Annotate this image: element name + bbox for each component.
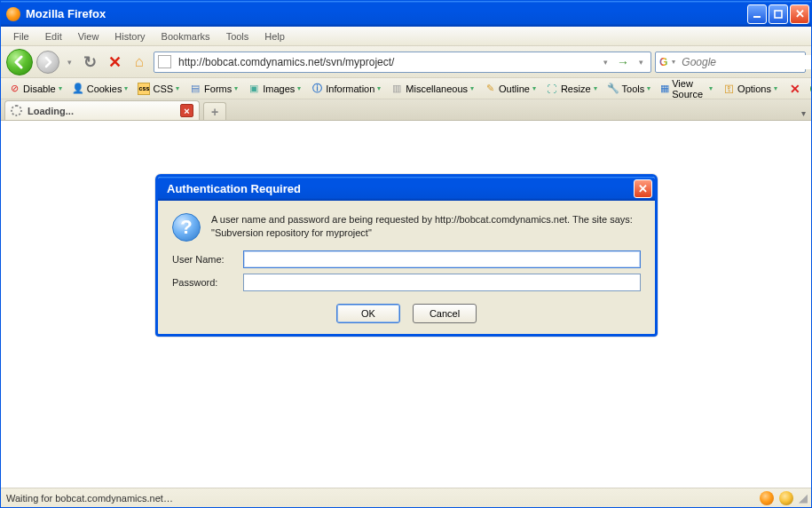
tab-loading[interactable]: Loading... × (4, 100, 200, 120)
tab-title: Loading... (28, 106, 74, 116)
key-icon: ⚿ (722, 83, 735, 95)
dialog-message: A user name and password are being reque… (211, 213, 641, 242)
dev-miscellaneous[interactable]: ▥Miscellaneous▾ (387, 81, 477, 97)
status-text: Waiting for bobcat.comdynamics.net… (6, 493, 173, 504)
dev-ok-indicator[interactable]: ✓ (807, 81, 812, 97)
window-title: Mozilla Firefox (26, 7, 747, 20)
svg-rect-1 (775, 11, 782, 18)
misc-icon: ▥ (390, 83, 403, 95)
forward-button[interactable] (36, 51, 59, 74)
nav-toolbar: ▾ ↻ ✕ ⌂ ▾ → ▾ G ▾ 🔍 (1, 46, 811, 78)
stop-button[interactable]: ✕ (104, 52, 125, 73)
ok-button[interactable]: OK (336, 304, 400, 323)
page-content: Authentication Required ✕ ? A user name … (1, 121, 811, 488)
url-input[interactable] (177, 55, 594, 69)
source-icon: ▦ (660, 83, 669, 95)
svg-rect-0 (753, 16, 761, 18)
dev-error-indicator[interactable]: ✕ (786, 80, 804, 98)
dialog-titlebar[interactable]: Authentication Required ✕ (158, 177, 655, 201)
home-button[interactable]: ⌂ (129, 52, 150, 73)
tab-list-dropdown[interactable]: ▾ (796, 107, 808, 120)
firefox-status-icon[interactable] (760, 491, 774, 505)
password-label: Password: (172, 277, 243, 288)
dev-tools[interactable]: 🔧Tools▾ (603, 81, 655, 97)
menu-history[interactable]: History (107, 28, 152, 44)
page-icon (158, 55, 171, 68)
prohibit-icon: ⊘ (8, 83, 20, 95)
dev-options[interactable]: ⚿Options▾ (719, 81, 781, 97)
dev-outline[interactable]: ✎Outline▾ (480, 81, 540, 97)
username-input[interactable] (243, 250, 641, 268)
status-bar: Waiting for bobcat.comdynamics.net… ◢ (1, 488, 811, 507)
web-developer-toolbar: ⊘Disable▾ 👤Cookies▾ cssCSS▾ ▤Forms▾ ▣Ima… (1, 78, 811, 99)
image-icon: ▣ (248, 83, 260, 95)
search-input[interactable] (680, 55, 812, 69)
firefox-icon (6, 7, 20, 21)
window-titlebar: Mozilla Firefox ✕ (1, 1, 811, 27)
pencil-icon: ✎ (484, 83, 496, 95)
wrench-icon: 🔧 (607, 83, 619, 95)
dialog-close-button[interactable]: ✕ (634, 179, 652, 198)
dev-forms[interactable]: ▤Forms▾ (185, 81, 241, 97)
cancel-button[interactable]: Cancel (413, 304, 477, 323)
back-button[interactable] (6, 49, 33, 75)
password-input[interactable] (243, 274, 641, 291)
dev-information[interactable]: ⓘInformation▾ (307, 81, 384, 97)
css-icon: css (138, 83, 150, 95)
menu-edit[interactable]: Edit (38, 28, 69, 44)
dev-cookies[interactable]: 👤Cookies▾ (68, 81, 132, 97)
stop-icon: ✕ (108, 52, 122, 72)
reload-button[interactable]: ↻ (79, 52, 100, 73)
tab-bar: Loading... × + ▾ (1, 99, 811, 121)
menu-tools[interactable]: Tools (219, 28, 256, 44)
search-bar[interactable]: G ▾ 🔍 (655, 52, 806, 73)
menu-view[interactable]: View (71, 28, 106, 44)
close-window-button[interactable]: ✕ (790, 4, 809, 24)
dev-resize[interactable]: ⛶Resize▾ (542, 81, 601, 97)
address-bar[interactable]: ▾ → ▾ (154, 52, 651, 73)
menu-help[interactable]: Help (257, 28, 292, 44)
url-history-dropdown[interactable]: ▾ (599, 52, 611, 73)
minimize-button[interactable] (747, 4, 767, 24)
loading-spinner-icon (11, 105, 22, 116)
reload-icon: ↻ (83, 52, 97, 72)
go-dropdown[interactable]: ▾ (635, 52, 647, 73)
resize-icon: ⛶ (546, 83, 558, 95)
dev-disable[interactable]: ⊘Disable▾ (4, 81, 66, 97)
history-dropdown-button[interactable]: ▾ (63, 52, 75, 73)
dev-view-source[interactable]: ▦View Source▾ (657, 76, 716, 101)
resize-grip[interactable]: ◢ (799, 491, 806, 504)
person-icon: 👤 (72, 83, 84, 95)
menu-file[interactable]: File (6, 28, 36, 44)
menu-bar: File Edit View History Bookmarks Tools H… (1, 27, 811, 46)
home-icon: ⌂ (135, 53, 144, 71)
maximize-button[interactable] (769, 4, 788, 24)
dev-images[interactable]: ▣Images▾ (244, 81, 304, 97)
x-icon: ✕ (790, 82, 800, 96)
tab-close-button[interactable]: × (180, 104, 193, 117)
authentication-dialog: Authentication Required ✕ ? A user name … (155, 174, 658, 337)
info-icon: ⓘ (311, 83, 323, 95)
username-label: User Name: (172, 254, 243, 265)
go-button[interactable]: → (617, 55, 629, 69)
google-icon[interactable]: G (659, 55, 667, 69)
menu-bookmarks[interactable]: Bookmarks (154, 28, 217, 44)
form-icon: ▤ (189, 83, 201, 95)
new-tab-button[interactable]: + (203, 102, 226, 120)
dialog-title: Authentication Required (167, 182, 301, 195)
dev-css[interactable]: cssCSS▾ (134, 81, 183, 97)
firebug-status-icon[interactable] (779, 491, 793, 505)
question-icon: ? (172, 213, 201, 242)
